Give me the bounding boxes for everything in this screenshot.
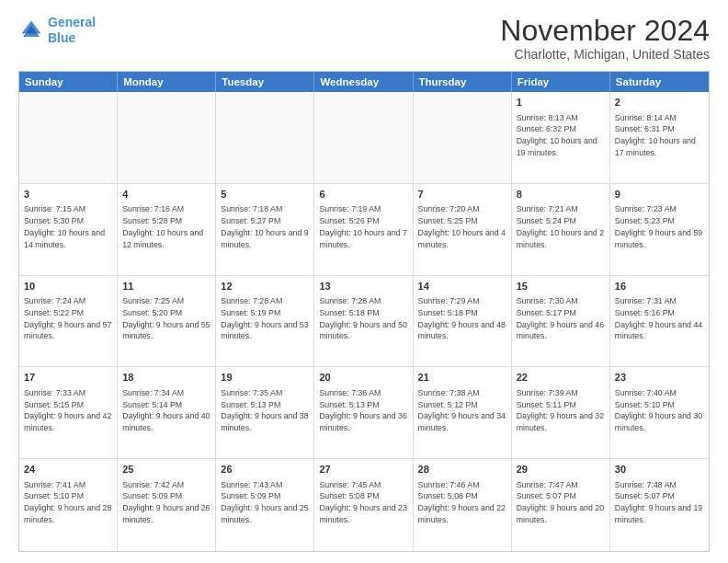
week-row-5: 24Sunrise: 7:41 AM Sunset: 5:10 PM Dayli… [19, 459, 709, 551]
day-number: 24 [24, 463, 112, 477]
day-number: 1 [517, 96, 605, 109]
calendar: SundayMondayTuesdayWednesdayThursdayFrid… [18, 71, 710, 552]
cal-cell: 22Sunrise: 7:39 AM Sunset: 5:11 PM Dayli… [512, 367, 610, 458]
header: General Blue November 2024 Charlotte, Mi… [18, 15, 710, 62]
day-number: 30 [615, 463, 704, 477]
cal-cell: 5Sunrise: 7:18 AM Sunset: 5:27 PM Daylig… [216, 184, 314, 275]
day-info: Sunrise: 7:34 AM Sunset: 5:14 PM Dayligh… [122, 387, 210, 434]
cal-cell [19, 92, 118, 183]
day-number: 3 [24, 188, 112, 201]
day-info: Sunrise: 7:35 AM Sunset: 5:13 PM Dayligh… [221, 387, 309, 434]
day-info: Sunrise: 7:42 AM Sunset: 5:09 PM Dayligh… [122, 479, 210, 526]
day-number: 5 [221, 188, 309, 201]
day-info: Sunrise: 7:33 AM Sunset: 5:15 PM Dayligh… [24, 387, 112, 434]
cal-cell: 16Sunrise: 7:31 AM Sunset: 5:16 PM Dayli… [610, 276, 709, 367]
week-row-3: 10Sunrise: 7:24 AM Sunset: 5:22 PM Dayli… [19, 276, 709, 368]
day-info: Sunrise: 8:14 AM Sunset: 6:31 PM Dayligh… [615, 112, 704, 159]
cal-cell: 8Sunrise: 7:21 AM Sunset: 5:24 PM Daylig… [512, 184, 610, 275]
day-info: Sunrise: 7:23 AM Sunset: 5:23 PM Dayligh… [615, 203, 704, 250]
day-number: 6 [319, 188, 407, 201]
svg-rect-3 [25, 33, 38, 37]
day-info: Sunrise: 7:47 AM Sunset: 5:07 PM Dayligh… [517, 479, 605, 526]
logo-text: General Blue [48, 15, 96, 46]
cal-cell: 4Sunrise: 7:16 AM Sunset: 5:28 PM Daylig… [118, 184, 216, 275]
cal-cell [216, 92, 314, 183]
cal-cell: 6Sunrise: 7:19 AM Sunset: 5:26 PM Daylig… [314, 184, 413, 275]
day-number: 14 [418, 280, 506, 293]
day-header-saturday: Saturday [610, 72, 709, 92]
day-number: 25 [122, 463, 210, 477]
calendar-body: 1Sunrise: 8:13 AM Sunset: 6:32 PM Daylig… [19, 92, 709, 551]
cal-cell: 20Sunrise: 7:36 AM Sunset: 5:13 PM Dayli… [314, 367, 413, 458]
cal-cell: 1Sunrise: 8:13 AM Sunset: 6:32 PM Daylig… [512, 92, 610, 183]
month-title: November 2024 [500, 15, 710, 47]
day-number: 29 [517, 463, 605, 477]
logo-blue: Blue [48, 30, 75, 45]
day-info: Sunrise: 7:40 AM Sunset: 5:10 PM Dayligh… [615, 387, 704, 434]
day-info: Sunrise: 7:30 AM Sunset: 5:17 PM Dayligh… [517, 295, 605, 342]
cal-cell: 10Sunrise: 7:24 AM Sunset: 5:22 PM Dayli… [19, 276, 118, 367]
cal-cell: 29Sunrise: 7:47 AM Sunset: 5:07 PM Dayli… [512, 459, 610, 551]
cal-cell: 9Sunrise: 7:23 AM Sunset: 5:23 PM Daylig… [610, 184, 709, 275]
cal-cell: 28Sunrise: 7:46 AM Sunset: 5:08 PM Dayli… [414, 459, 512, 551]
day-number: 27 [319, 463, 407, 477]
day-header-tuesday: Tuesday [216, 72, 314, 92]
day-number: 7 [418, 188, 506, 201]
cal-cell: 13Sunrise: 7:28 AM Sunset: 5:18 PM Dayli… [314, 276, 413, 367]
cal-cell: 2Sunrise: 8:14 AM Sunset: 6:31 PM Daylig… [610, 92, 709, 183]
day-info: Sunrise: 7:19 AM Sunset: 5:26 PM Dayligh… [319, 203, 407, 250]
logo: General Blue [18, 15, 96, 46]
day-header-friday: Friday [512, 72, 610, 92]
cal-cell [314, 92, 413, 183]
day-header-monday: Monday [118, 72, 216, 92]
day-number: 20 [319, 371, 407, 385]
day-number: 11 [122, 280, 210, 293]
day-number: 10 [24, 280, 112, 293]
day-info: Sunrise: 7:16 AM Sunset: 5:28 PM Dayligh… [122, 203, 210, 250]
day-info: Sunrise: 7:20 AM Sunset: 5:25 PM Dayligh… [418, 203, 506, 250]
day-info: Sunrise: 7:31 AM Sunset: 5:16 PM Dayligh… [615, 295, 704, 342]
cal-cell: 14Sunrise: 7:29 AM Sunset: 5:18 PM Dayli… [414, 276, 512, 367]
day-number: 4 [122, 188, 210, 201]
cal-cell: 12Sunrise: 7:26 AM Sunset: 5:19 PM Dayli… [216, 276, 314, 367]
day-info: Sunrise: 7:41 AM Sunset: 5:10 PM Dayligh… [24, 479, 112, 526]
day-info: Sunrise: 7:24 AM Sunset: 5:22 PM Dayligh… [24, 295, 112, 342]
cal-cell: 27Sunrise: 7:45 AM Sunset: 5:08 PM Dayli… [314, 459, 413, 551]
cal-cell: 19Sunrise: 7:35 AM Sunset: 5:13 PM Dayli… [216, 367, 314, 458]
day-number: 13 [319, 280, 407, 293]
cal-cell [118, 92, 216, 183]
week-row-2: 3Sunrise: 7:15 AM Sunset: 5:30 PM Daylig… [19, 184, 709, 276]
cal-cell: 24Sunrise: 7:41 AM Sunset: 5:10 PM Dayli… [19, 459, 118, 551]
calendar-header: SundayMondayTuesdayWednesdayThursdayFrid… [19, 72, 709, 92]
cal-cell: 11Sunrise: 7:25 AM Sunset: 5:20 PM Dayli… [118, 276, 216, 367]
cal-cell: 25Sunrise: 7:42 AM Sunset: 5:09 PM Dayli… [118, 459, 216, 551]
day-info: Sunrise: 7:38 AM Sunset: 5:12 PM Dayligh… [418, 387, 506, 434]
day-number: 12 [221, 280, 309, 293]
day-info: Sunrise: 8:13 AM Sunset: 6:32 PM Dayligh… [517, 112, 605, 159]
day-info: Sunrise: 7:36 AM Sunset: 5:13 PM Dayligh… [319, 387, 407, 434]
day-number: 28 [418, 463, 506, 477]
day-info: Sunrise: 7:43 AM Sunset: 5:09 PM Dayligh… [221, 479, 309, 526]
day-header-sunday: Sunday [19, 72, 118, 92]
day-number: 21 [418, 371, 506, 385]
logo-general: General [48, 15, 96, 29]
cal-cell: 30Sunrise: 7:48 AM Sunset: 5:07 PM Dayli… [610, 459, 709, 551]
day-info: Sunrise: 7:39 AM Sunset: 5:11 PM Dayligh… [517, 387, 605, 434]
day-info: Sunrise: 7:46 AM Sunset: 5:08 PM Dayligh… [418, 479, 506, 526]
location: Charlotte, Michigan, United States [500, 47, 710, 62]
day-header-wednesday: Wednesday [314, 72, 413, 92]
day-number: 2 [615, 96, 704, 109]
cal-cell: 7Sunrise: 7:20 AM Sunset: 5:25 PM Daylig… [414, 184, 512, 275]
title-block: November 2024 Charlotte, Michigan, Unite… [500, 15, 710, 62]
day-number: 22 [517, 371, 605, 385]
day-info: Sunrise: 7:21 AM Sunset: 5:24 PM Dayligh… [517, 203, 605, 250]
logo-icon [18, 17, 44, 43]
day-info: Sunrise: 7:29 AM Sunset: 5:18 PM Dayligh… [418, 295, 506, 342]
cal-cell: 23Sunrise: 7:40 AM Sunset: 5:10 PM Dayli… [610, 367, 709, 458]
cal-cell: 3Sunrise: 7:15 AM Sunset: 5:30 PM Daylig… [19, 184, 118, 275]
day-info: Sunrise: 7:48 AM Sunset: 5:07 PM Dayligh… [615, 479, 704, 526]
day-number: 18 [122, 371, 210, 385]
cal-cell: 21Sunrise: 7:38 AM Sunset: 5:12 PM Dayli… [414, 367, 512, 458]
cal-cell: 17Sunrise: 7:33 AM Sunset: 5:15 PM Dayli… [19, 367, 118, 458]
week-row-1: 1Sunrise: 8:13 AM Sunset: 6:32 PM Daylig… [19, 92, 709, 184]
